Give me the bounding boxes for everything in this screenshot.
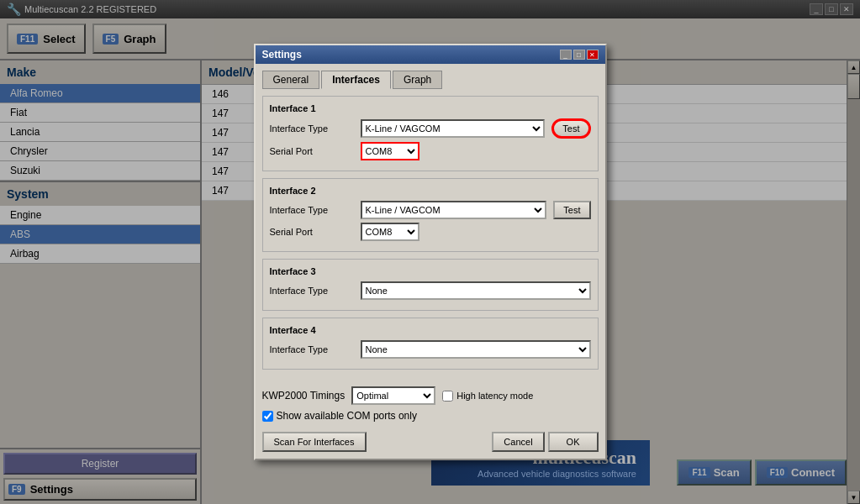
interface4-type-row: Interface Type None K-Line / VAGCOM ELM3… xyxy=(270,340,591,359)
interface3-type-row: Interface Type None K-Line / VAGCOM ELM3… xyxy=(270,281,591,300)
cancel-button[interactable]: Cancel xyxy=(492,432,544,452)
interface2-port-label: Serial Port xyxy=(270,227,354,237)
high-latency-checkbox[interactable] xyxy=(442,391,453,402)
kwp-label: KWP2000 Timings xyxy=(262,390,346,402)
interface3-type-select[interactable]: None K-Line / VAGCOM ELM327 xyxy=(361,281,591,300)
interface2-section: Interface 2 Interface Type K-Line / VAGC… xyxy=(262,178,599,252)
modal-title-controls: _ □ ✕ xyxy=(560,50,599,60)
interface3-section: Interface 3 Interface Type None K-Line /… xyxy=(262,259,599,311)
interface1-port-select[interactable]: COM8 COM1COM2COM3 xyxy=(361,142,419,160)
ok-button[interactable]: OK xyxy=(548,432,599,452)
modal-title: Settings xyxy=(262,49,302,60)
interface4-section: Interface 4 Interface Type None K-Line /… xyxy=(262,318,599,370)
interface3-type-label: Interface Type xyxy=(270,286,354,296)
interface2-port-select[interactable]: COM8 COM1COM2COM3 xyxy=(361,223,419,241)
interface4-type-label: Interface Type xyxy=(270,344,354,354)
show-com-row: Show available COM ports only xyxy=(262,410,599,422)
interface2-test-button[interactable]: Test xyxy=(553,201,590,219)
interface1-port-row: Serial Port COM8 COM1COM2COM3 xyxy=(270,142,591,160)
bottom-form: KWP2000 Timings Optimal Default Fast Hig… xyxy=(256,383,605,432)
tab-graph[interactable]: Graph xyxy=(393,71,442,89)
modal-content: General Interfaces Graph Interface 1 Int… xyxy=(256,64,605,383)
high-latency-label: High latency mode xyxy=(442,391,533,402)
interface2-type-label: Interface Type xyxy=(270,205,354,215)
tab-general[interactable]: General xyxy=(262,71,320,89)
interface1-test-button[interactable]: Test xyxy=(551,118,590,139)
interface1-section: Interface 1 Interface Type K-Line / VAGC… xyxy=(262,96,599,171)
interface2-title: Interface 2 xyxy=(270,186,591,196)
interface1-port-label: Serial Port xyxy=(270,146,354,156)
tab-interfaces[interactable]: Interfaces xyxy=(321,71,391,89)
modal-minimize-button[interactable]: _ xyxy=(560,50,572,60)
settings-modal-overlay: Settings _ □ ✕ General Interfaces Graph … xyxy=(0,0,860,504)
interface2-port-row: Serial Port COM8 COM1COM2COM3 xyxy=(270,223,591,241)
interface1-type-select[interactable]: K-Line / VAGCOM ELM327 None xyxy=(361,119,546,138)
kwp-select[interactable]: Optimal Default Fast xyxy=(351,386,435,405)
interface3-title: Interface 3 xyxy=(270,266,591,276)
modal-actions: Scan For Interfaces Cancel OK xyxy=(256,432,605,459)
interface1-type-row: Interface Type K-Line / VAGCOM ELM327 No… xyxy=(270,118,591,139)
show-com-label: Show available COM ports only xyxy=(277,410,417,422)
modal-ok-cancel: Cancel OK xyxy=(492,432,598,452)
interface2-type-row: Interface Type K-Line / VAGCOM ELM327 No… xyxy=(270,201,591,219)
kwp-row: KWP2000 Timings Optimal Default Fast Hig… xyxy=(262,386,599,405)
interface4-title: Interface 4 xyxy=(270,325,591,335)
tab-bar: General Interfaces Graph xyxy=(262,71,599,89)
show-com-checkbox[interactable] xyxy=(262,411,273,422)
settings-modal: Settings _ □ ✕ General Interfaces Graph … xyxy=(254,44,607,460)
scan-interfaces-button[interactable]: Scan For Interfaces xyxy=(262,432,367,452)
interface2-type-select[interactable]: K-Line / VAGCOM ELM327 None xyxy=(361,201,547,219)
modal-title-bar: Settings _ □ ✕ xyxy=(256,45,605,64)
interface4-type-select[interactable]: None K-Line / VAGCOM ELM327 xyxy=(361,340,591,359)
modal-maximize-button[interactable]: □ xyxy=(573,50,585,60)
modal-close-button[interactable]: ✕ xyxy=(587,50,599,60)
interface1-title: Interface 1 xyxy=(270,103,591,113)
interface1-type-label: Interface Type xyxy=(270,123,354,134)
